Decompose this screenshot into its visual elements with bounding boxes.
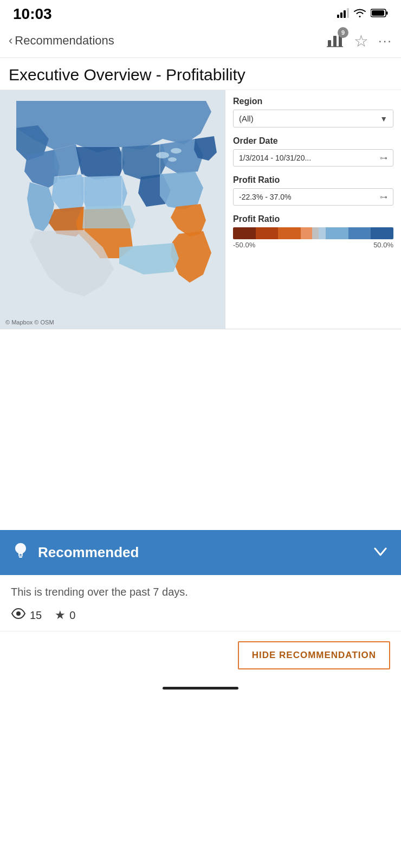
hide-recommendation-button[interactable]: HIDE RECOMMENDATION: [238, 641, 390, 669]
order-date-filter-group: Order Date 1/3/2014 - 10/31/20... ⊶: [233, 136, 393, 167]
status-icons: [337, 8, 388, 20]
svg-rect-3: [347, 8, 349, 18]
profit-ratio-range[interactable]: -22.3% - 37.0% ⊶: [233, 188, 393, 206]
chart-icon-button[interactable]: 9: [326, 30, 344, 51]
map-svg: [0, 90, 225, 329]
region-label: Region: [233, 97, 393, 106]
svg-rect-0: [337, 15, 339, 18]
svg-point-14: [168, 157, 177, 162]
order-date-label: Order Date: [233, 136, 393, 146]
svg-point-24: [16, 611, 21, 616]
nav-right: 9 ☆ ···: [326, 30, 392, 51]
back-arrow-icon[interactable]: ‹: [9, 34, 12, 48]
map-credits: © Mapbox © OSM: [5, 319, 54, 326]
lightbulb-icon: [13, 542, 28, 563]
view-count-item: 15: [11, 608, 42, 622]
view-count: 15: [30, 609, 42, 622]
favorite-count: 0: [69, 609, 75, 622]
eye-icon: [11, 608, 26, 622]
hide-recommendation-container: HIDE RECOMMENDATION: [0, 631, 401, 680]
svg-rect-2: [344, 10, 346, 18]
region-chevron-icon: ▼: [380, 114, 387, 123]
recommended-banner[interactable]: Recommended: [0, 530, 401, 575]
dashboard-container: © Mapbox © OSM Region (All) ▼ Order Date…: [0, 90, 401, 329]
chart-badge: 9: [338, 27, 348, 38]
recommended-text: Recommended: [38, 544, 139, 561]
status-bar: 10:03: [0, 0, 401, 26]
region-value: (All): [239, 114, 254, 123]
region-filter-group: Region (All) ▼: [233, 97, 393, 127]
svg-point-12: [156, 152, 169, 158]
legend-bar: [233, 227, 393, 239]
date-range-icon: ⊶: [380, 154, 387, 162]
svg-rect-5: [386, 11, 388, 15]
svg-rect-8: [333, 36, 337, 47]
profit-range-icon: ⊶: [380, 193, 387, 201]
legend-max-label: 50.0%: [373, 241, 393, 249]
battery-icon: [371, 9, 388, 20]
map-area[interactable]: © Mapbox © OSM: [0, 90, 225, 329]
trending-text: This is trending over the past 7 days.: [11, 586, 390, 598]
nav-left[interactable]: ‹ Recommendations: [9, 34, 114, 48]
home-bar: [163, 687, 238, 690]
legend-label: Profit Ratio: [233, 214, 393, 224]
stats-row: 15 ★ 0: [11, 608, 390, 622]
profit-legend-group: Profit Ratio -50.0% 50.0%: [233, 214, 393, 249]
nav-bar: ‹ Recommendations 9 ☆ ···: [0, 26, 401, 58]
order-date-value: 1/3/2014 - 10/31/20...: [239, 154, 311, 162]
page-title: Executive Overview - Profitability: [0, 58, 401, 90]
svg-point-13: [171, 148, 182, 154]
profit-ratio-value: -22.3% - 37.0%: [239, 193, 292, 201]
profit-ratio-label: Profit Ratio: [233, 175, 393, 185]
more-options-icon[interactable]: ···: [378, 33, 392, 48]
status-time: 10:03: [13, 5, 52, 23]
legend-labels: -50.0% 50.0%: [233, 241, 393, 249]
recommendation-detail: This is trending over the past 7 days. 1…: [0, 575, 401, 631]
region-select[interactable]: (All) ▼: [233, 110, 393, 127]
wifi-icon: [353, 8, 366, 20]
nav-back-label[interactable]: Recommendations: [15, 34, 114, 48]
profit-ratio-filter-group: Profit Ratio -22.3% - 37.0% ⊶: [233, 175, 393, 206]
chevron-down-icon[interactable]: [373, 544, 388, 561]
svg-rect-6: [372, 10, 384, 16]
home-indicator: [0, 680, 401, 694]
content-whitespace: [0, 329, 401, 530]
svg-rect-21: [19, 557, 22, 558]
svg-rect-7: [328, 40, 331, 47]
legend-min-label: -50.0%: [233, 241, 255, 249]
favorite-icon[interactable]: ☆: [354, 31, 368, 50]
favorite-count-item: ★ 0: [55, 608, 75, 622]
star-stat-icon: ★: [55, 608, 66, 622]
signal-icon: [337, 8, 349, 20]
filters-panel: Region (All) ▼ Order Date 1/3/2014 - 10/…: [225, 90, 401, 329]
svg-rect-1: [340, 12, 342, 18]
recommended-left: Recommended: [13, 542, 139, 563]
order-date-range[interactable]: 1/3/2014 - 10/31/20... ⊶: [233, 149, 393, 167]
